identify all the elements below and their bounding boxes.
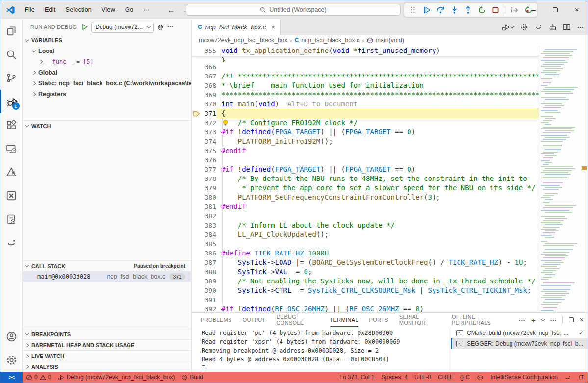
launch-config-select[interactable]: Debug (mcxw72... [91,22,154,33]
glyph-margin[interactable] [192,137,202,146]
line-number[interactable]: 380 [202,194,216,201]
task-row[interactable]: >_SEGGER: Debug (mcxw72evk_ncp_fsci_b... [451,338,588,349]
glyph-margin[interactable] [192,146,202,155]
panel-more-actions[interactable]: ··· [550,316,557,324]
linter-tool-icon[interactable] [0,160,23,184]
intellisense-status[interactable]: IntelliSense Configuration [487,372,561,383]
glyph-margin[interactable] [192,211,202,221]
encoding[interactable]: UTF-8 [411,372,435,383]
breadcrumb-file[interactable]: ncp_fsci_black_box.c [301,37,359,44]
mcux-refresh-icon[interactable] [535,23,542,31]
debug-step-out-button[interactable] [462,4,474,16]
editor-more-actions[interactable]: ··· [577,24,584,31]
debug-restart-button[interactable] [476,4,487,16]
panel-tab-output[interactable]: OUTPUT [243,313,266,327]
glyph-margin[interactable] [192,305,202,312]
code-line-384[interactable]: 384 LL_API_ClockUpdated(); [192,230,539,239]
code-line-382[interactable]: 382 [192,211,539,221]
code-line-391[interactable]: 391 [192,295,539,305]
scope-row[interactable]: Local [23,46,191,56]
line-number[interactable]: 390 [202,287,216,294]
code-line-378[interactable]: 378 /* By default the NBU runs to 48MHz,… [192,174,539,183]
line-number[interactable]: 391 [202,296,216,304]
glyph-margin[interactable] [192,46,202,55]
line-number[interactable]: 385 [202,240,216,248]
remote-explorer-icon[interactable] [0,137,23,160]
line-number[interactable]: 367 [202,73,216,80]
glyph-margin[interactable] [192,155,202,165]
line-number[interactable]: 374 [202,138,216,145]
code-line-373[interactable]: 373#if !defined(FPGA_TARGET) || (FPGA_TA… [192,128,539,137]
line-number[interactable]: 378 [202,175,216,182]
glyph-margin[interactable] [192,295,202,305]
glyph-margin[interactable] [192,249,202,258]
glyph-margin[interactable] [192,239,202,249]
toolbar-drag-handle[interactable] [407,4,419,16]
section-live-watch[interactable]: LIVE WATCH [23,350,191,361]
glyph-margin[interactable] [192,258,202,267]
panel-tab-offline-peripherals[interactable]: OFFLINE PERIPHERALS [452,313,508,327]
problems-status[interactable]: 0 0 [23,372,54,383]
glyph-margin[interactable] [192,62,202,72]
maximize-panel-button[interactable] [569,317,574,322]
code-line-368[interactable]: 368* \brief main function used for initi… [192,81,539,90]
line-number[interactable]: 371 [202,110,216,117]
panel-tab-serial-monitor[interactable]: SERIAL MONITOR [399,313,441,327]
debug-continue-button[interactable] [421,4,433,16]
code-line-376[interactable]: 376 [192,155,539,165]
tab-ncp-fsci-black-box[interactable]: C ncp_fsci_black_box.c × [192,19,281,35]
task-row[interactable]: >_CMake: build (mcxw72evk_ncp_fsci_...✓ [451,328,588,338]
line-number[interactable]: 372 [202,119,216,127]
explorer-icon[interactable] [0,19,23,43]
variables-header[interactable]: VARIABLES [23,35,191,46]
remote-indicator[interactable]: >< [0,372,23,383]
line-number[interactable]: 381 [202,203,216,210]
line-number[interactable]: 379 [202,184,216,192]
glyph-margin[interactable] [192,128,202,137]
code-line-367[interactable]: 367/*! *********************************… [192,72,539,81]
sidebar-more-actions[interactable]: ··· [167,24,174,30]
line-number[interactable]: 382 [202,212,216,220]
line-number[interactable]: 384 [202,231,216,238]
section-analysis[interactable]: ANALYSIS [23,361,191,372]
minimize-button[interactable]: – [523,0,544,19]
panel-tab-ports[interactable]: PORTS [369,313,388,327]
glyph-margin[interactable] [192,267,202,277]
code-line-387[interactable]: 387 SysTick->LOAD |= (BOARD_GetSystemCor… [192,258,539,267]
terminal-output[interactable]: Read register 'pc' (4 bytes) from hardwa… [192,327,451,372]
glyph-margin[interactable] [192,230,202,239]
code-line-377[interactable]: 377#if !defined(FPGA_TARGET) || (FPGA_TA… [192,165,539,174]
line-number[interactable]: 366 [202,63,216,71]
start-debug-icon[interactable] [81,24,88,30]
tab-close-icon[interactable]: × [271,24,275,31]
breadcrumb-project[interactable]: mcxw72evk_ncp_fsci_black_box [199,37,287,44]
line-number[interactable]: 373 [202,128,216,136]
panel-tab-debug-console[interactable]: DEBUG CONSOLE [277,313,319,327]
code-line-370[interactable]: 370int main(void) Alt+D to Document [192,100,539,109]
debug-step-into-button[interactable] [448,4,460,16]
line-number[interactable]: 369 [202,91,216,99]
settings-gear-icon[interactable] [0,348,23,372]
line-number[interactable]: 368 [202,82,216,89]
code-line-392[interactable]: 392#if !defined(RF_OSC_26MHZ) || (RF_OSC… [192,305,539,312]
glyph-margin[interactable] [192,183,202,193]
editor-scrollbar[interactable] [581,46,588,312]
account-icon[interactable] [0,325,23,348]
run-and-debug-icon[interactable]: 1 [0,90,23,113]
scope-row[interactable]: Static: ncp_fsci_black_box.c (C:\work\wo… [23,78,191,89]
code-line-388[interactable]: 388 SysTick->VAL = 0; [192,267,539,277]
code-line-366[interactable]: 366 [192,62,539,72]
line-number[interactable]: 383 [202,222,216,229]
maximize-button[interactable] [544,0,566,19]
code-line-381[interactable]: 381#endif [192,202,539,211]
new-terminal-button[interactable]: + [531,316,536,324]
code-line-369[interactable]: 369*************************************… [192,90,539,100]
line-number[interactable]: 375 [202,147,216,154]
code-line-383[interactable]: 383 /* Inform LL about the clock update … [192,221,539,230]
menu-selection[interactable]: Selection [60,4,96,16]
eol-sequence[interactable]: CRLF [435,372,457,383]
scope-row[interactable]: Global [23,67,191,78]
terminal-profile-chevron-icon[interactable] [541,317,545,321]
breadcrumb-symbol[interactable]: main(void) [376,37,404,44]
glyph-margin[interactable] [192,286,202,295]
